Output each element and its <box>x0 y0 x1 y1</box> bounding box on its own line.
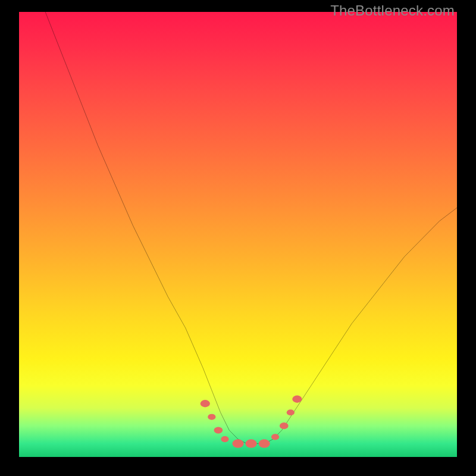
curve-marker <box>280 422 289 429</box>
chart-frame: TheBottleneck.com <box>0 0 476 476</box>
curve-marker <box>214 427 223 434</box>
curve-markers <box>201 396 302 448</box>
bottleneck-curve <box>45 12 457 444</box>
curve-marker <box>221 436 228 442</box>
curve-marker <box>232 439 243 448</box>
curve-marker <box>201 400 210 407</box>
curve-marker <box>259 439 270 448</box>
curve-marker <box>246 439 257 448</box>
curve-marker <box>208 414 215 420</box>
plot-area <box>19 12 457 457</box>
watermark-text: TheBottleneck.com <box>330 2 455 19</box>
curve-marker <box>292 396 302 403</box>
curve-layer <box>19 12 457 457</box>
curve-marker <box>271 434 279 440</box>
curve-marker <box>287 409 295 415</box>
